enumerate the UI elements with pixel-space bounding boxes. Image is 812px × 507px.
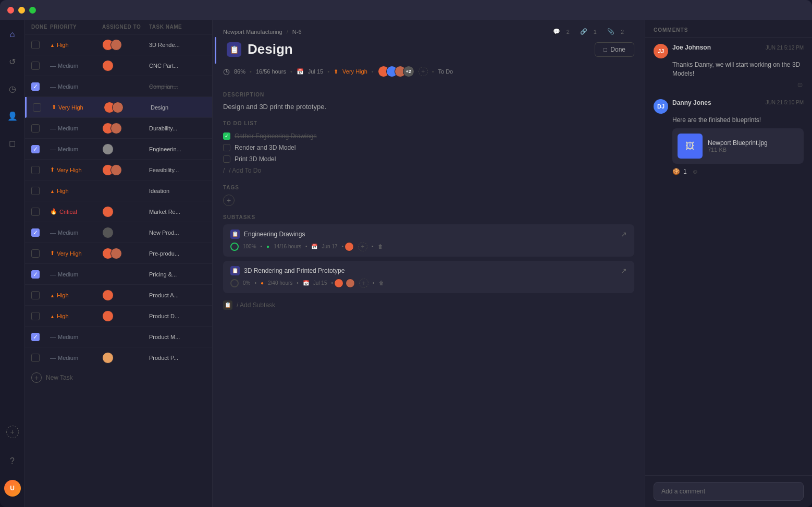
- table-row[interactable]: High 3D Rende...: [25, 34, 212, 55]
- task-checkbox[interactable]: ✓: [31, 270, 40, 279]
- table-row[interactable]: ⬆ Very High Feasibility...: [25, 160, 212, 180]
- comment-icon: 💬: [553, 28, 560, 35]
- external-link-icon[interactable]: ↗: [621, 267, 627, 275]
- assignee-avatars: [102, 164, 149, 176]
- add-tag-button[interactable]: +: [223, 195, 235, 206]
- new-task-row[interactable]: + New Task: [25, 368, 212, 387]
- add-subtask-button[interactable]: 📋 / Add Subtask: [223, 297, 634, 313]
- task-list-header: DONE PRIORITY ASSIGNED TO TASK NAME: [25, 20, 212, 34]
- priority-label: Medium: [58, 334, 78, 340]
- priority-badge: High: [50, 292, 102, 298]
- maximize-button[interactable]: [29, 7, 36, 14]
- task-checkbox[interactable]: [31, 62, 40, 70]
- subtask-name: Engineering Drawings: [244, 231, 305, 238]
- arrow-up-icon: [50, 42, 55, 48]
- subtask-delete-icon[interactable]: 🗑: [379, 280, 384, 286]
- subtask-meta: 100% • ● 14/16 hours • 📅 Jun 17 • + • 🗑: [230, 242, 627, 251]
- subtask-date: Jun 17: [322, 244, 337, 249]
- task-checkbox[interactable]: ✓: [31, 145, 40, 153]
- task-checkbox[interactable]: [31, 208, 40, 216]
- sidebar-item-refresh[interactable]: ↺: [4, 53, 21, 70]
- breadcrumb-task-id[interactable]: N-6: [292, 29, 302, 35]
- breadcrumb-project[interactable]: Newport Manufacturing: [223, 29, 282, 35]
- task-checkbox[interactable]: [31, 312, 40, 320]
- task-title: Design: [248, 41, 293, 57]
- assignee-avatars: [102, 143, 149, 155]
- close-button[interactable]: [7, 7, 14, 14]
- sidebar-item-home[interactable]: ⌂: [4, 26, 21, 43]
- add-assignee-button[interactable]: +: [419, 67, 428, 76]
- table-row[interactable]: ✓ Medium Product M...: [25, 327, 212, 347]
- fire-icon: 🔥: [50, 208, 57, 215]
- subtask-header: 📋 3D Rendering and Printed Prototype ↗: [230, 266, 627, 275]
- priority-badge: High: [50, 188, 102, 194]
- subtask-avatar: [345, 242, 354, 251]
- table-row[interactable]: High Product A...: [25, 285, 212, 306]
- task-checkbox[interactable]: [31, 124, 40, 132]
- comment-input[interactable]: [654, 482, 804, 501]
- task-checkbox[interactable]: [31, 166, 40, 174]
- arrow-up-icon: ⬆: [50, 166, 55, 173]
- sidebar-item-help[interactable]: ?: [4, 453, 21, 469]
- subtask-add-assignee[interactable]: +: [358, 242, 367, 251]
- assignee-avatars: [102, 60, 149, 71]
- todo-checkbox[interactable]: [223, 155, 230, 163]
- task-checkbox[interactable]: [31, 354, 40, 362]
- subtask-icon: 📋: [230, 230, 240, 239]
- comment-item: JJ Joe Johnson JUN 21 5:12 PM Thanks Dan…: [654, 44, 804, 89]
- priority-label: Medium: [58, 271, 78, 277]
- assigned-avatars: +2: [378, 66, 414, 77]
- breadcrumb-separator: /: [287, 29, 288, 35]
- reaction-button[interactable]: ☺: [654, 80, 804, 89]
- add-todo-button[interactable]: / / Add To Do: [223, 165, 634, 176]
- task-checkbox[interactable]: [31, 41, 40, 49]
- sidebar-item-users[interactable]: 👤: [4, 107, 21, 124]
- table-row[interactable]: ⬆ Very High Pre-produ...: [25, 243, 212, 264]
- table-row[interactable]: ✓ Medium Engineerin...: [25, 139, 212, 160]
- task-checkbox[interactable]: ✓: [31, 82, 40, 91]
- table-row[interactable]: ✓ Medium New Prod...: [25, 222, 212, 243]
- dash-icon: [50, 271, 56, 277]
- external-link-icon[interactable]: ↗: [621, 230, 627, 238]
- user-avatar[interactable]: U: [4, 480, 21, 497]
- sidebar-item-box[interactable]: ◻: [4, 135, 21, 151]
- main-window: ⌂ ↺ ◷ 👤 ◻ + ? U DONE PRIORITY ASSIGNED T…: [0, 0, 812, 507]
- priority-badge: Medium: [50, 146, 102, 152]
- comment-header: JJ Joe Johnson JUN 21 5:12 PM: [654, 44, 804, 58]
- table-row[interactable]: High Ideation: [25, 180, 212, 201]
- task-checkbox[interactable]: [33, 103, 41, 112]
- add-task-icon[interactable]: +: [31, 372, 42, 383]
- task-checkbox[interactable]: [31, 187, 40, 195]
- table-row[interactable]: ⬆ Very High Design: [25, 97, 212, 118]
- table-row[interactable]: ✓ Medium Complian...: [25, 76, 212, 97]
- table-row[interactable]: Medium Durability...: [25, 118, 212, 139]
- todo-checkbox[interactable]: [223, 144, 230, 151]
- task-checkbox[interactable]: ✓: [31, 333, 40, 341]
- sidebar-add-button[interactable]: +: [6, 426, 19, 438]
- avatar-more: +2: [403, 66, 414, 77]
- task-checkbox[interactable]: [31, 249, 40, 258]
- subtask-meta: 0% • ● 2/40 hours • 📅 Jul 15 • + • 🗑: [230, 279, 627, 288]
- minimize-button[interactable]: [18, 7, 25, 14]
- priority-label: High: [57, 188, 69, 194]
- subtask-add-assignee[interactable]: +: [359, 279, 368, 288]
- task-checkbox[interactable]: [31, 291, 40, 299]
- todo-checkbox[interactable]: ✓: [223, 132, 230, 140]
- add-reaction-button[interactable]: ☺: [692, 168, 698, 175]
- task-checkbox[interactable]: ✓: [31, 228, 40, 237]
- attachment-size: 711 KB: [708, 147, 768, 153]
- table-row[interactable]: High Product D...: [25, 306, 212, 327]
- hours-value: 16/56 hours: [256, 68, 286, 75]
- subtask-delete-icon[interactable]: 🗑: [378, 244, 383, 249]
- sidebar-item-clock[interactable]: ◷: [4, 80, 21, 97]
- date-value: Jul 15: [308, 68, 323, 75]
- table-row[interactable]: 🔥 Critical Market Re...: [25, 201, 212, 222]
- table-row[interactable]: ✓ Medium Pricing &...: [25, 264, 212, 285]
- avatar: [110, 123, 122, 134]
- assignee-avatars: [102, 310, 149, 322]
- done-button[interactable]: □ Done: [595, 42, 634, 57]
- table-row[interactable]: Medium CNC Part...: [25, 55, 212, 76]
- priority-label: Very High: [57, 250, 82, 257]
- table-row[interactable]: Medium Product P...: [25, 347, 212, 368]
- assignee-avatars: [104, 102, 151, 113]
